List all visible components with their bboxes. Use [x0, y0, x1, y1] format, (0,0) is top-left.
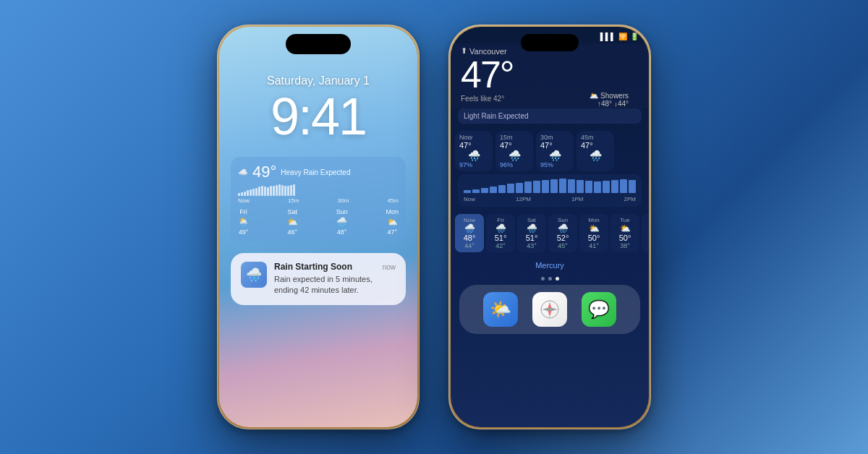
main-temperature: 47°	[461, 56, 639, 93]
dynamic-island	[286, 34, 351, 54]
dot-3	[556, 277, 559, 280]
hour2-item: Sat 🌧️ 51° 43°	[517, 214, 546, 252]
rain-chart: Now12PM1PM2PM	[458, 174, 642, 207]
weather-alert: Light Rain Expected	[458, 108, 642, 124]
location-label: Mercury	[451, 258, 649, 273]
weather-app-screen: ▌▌▌ 🛜 🔋 ⬆ Vancouver 47° 🌥️ Showers	[451, 27, 649, 427]
lock-time: 9:41	[271, 90, 366, 142]
hour-item: 30m 47° 🌧️ 95%	[536, 131, 574, 171]
weather-icon: ☁️	[238, 168, 248, 177]
hour2-item: Now 🌧️ 48° 44°	[455, 214, 484, 252]
page-dots	[451, 273, 649, 285]
notification-title: Rain Starting Soon	[274, 262, 352, 272]
dock: 🌤️ 💬	[459, 285, 640, 334]
rain-time-labels: Now12PM1PM2PM	[464, 196, 636, 202]
hour-item: 45m 47° 🌧️	[576, 131, 614, 171]
hour-item: Now 47° 🌧️ 97%	[455, 131, 493, 171]
notification-app-icon: 🌧️	[241, 262, 267, 288]
lock-weather-desc: Heavy Rain Expected	[281, 168, 350, 176]
wifi-icon: 🛜	[618, 33, 627, 40]
phone-2: ▌▌▌ 🛜 🔋 ⬆ Vancouver 47° 🌥️ Showers	[448, 25, 651, 429]
notification-card[interactable]: 🌧️ Rain Starting Soon now Rain expected …	[231, 253, 406, 305]
hour2-item: Tue ⛅ 50° 38°	[610, 214, 639, 252]
battery-icon: 🔋	[630, 33, 639, 40]
dynamic-island-2	[521, 34, 579, 51]
lock-screen: Saturday, January 1 9:41 ☁️ 49° Heavy Ra…	[219, 27, 417, 427]
lock-weather-temp: 49°	[252, 163, 276, 181]
hi-lo: ↑48° ↓44°	[590, 100, 629, 108]
dot-2	[548, 277, 552, 280]
dock-messages-app[interactable]: 💬	[582, 292, 616, 327]
dock-safari-app[interactable]	[532, 292, 567, 327]
hourly-forecast-top: Now 47° 🌧️ 97% 15m 47° 🌧️ 96% 30m 47° 🌧️…	[451, 128, 649, 174]
lock-weather-widget[interactable]: ☁️ 49° Heavy Rain Expected	[231, 157, 406, 241]
rain-time-labels: Now15m30m45m	[238, 197, 399, 204]
notification-body: Rain Starting Soon now Rain expected in …	[274, 262, 396, 296]
phone-1: Saturday, January 1 9:41 ☁️ 49° Heavy Ra…	[217, 25, 420, 429]
condition-label: 🌥️ Showers	[590, 92, 629, 100]
signal-icon: ▌▌▌	[600, 33, 616, 40]
weather-header: ⬆ Vancouver 47° 🌥️ Showers ↑48° ↓44°	[451, 43, 649, 108]
hourly-forecast-bottom: Now 🌧️ 48° 44° Fri 🌧️ 51° 42° Sat 🌧️ 51°…	[451, 211, 649, 255]
dot-1	[541, 277, 545, 280]
condition-right: 🌥️ Showers ↑48° ↓44°	[590, 92, 629, 108]
dock-weather-app[interactable]: 🌤️	[483, 292, 518, 327]
lock-date: Saturday, January 1	[267, 74, 370, 87]
hour2-item: Wed 🌙 51° 40°	[642, 214, 649, 252]
hour2-item: Mon ⛅ 50° 41°	[579, 214, 608, 252]
notification-time: now	[383, 263, 396, 271]
hour2-item: Sun 🌧️ 52° 45°	[548, 214, 577, 252]
hour-item: 15m 47° 🌧️ 96%	[495, 131, 533, 171]
hour2-item: Fri 🌧️ 51° 42°	[486, 214, 515, 252]
lock-rain-bars	[238, 184, 399, 196]
notification-text: Rain expected in 5 minutes, ending 42 mi…	[274, 274, 396, 296]
cloud-icon: 🌥️	[590, 92, 598, 100]
lock-forecast-days: Fri🌦️49° Sat⛅46° Sun🌧️48° Mon⛅47°	[238, 208, 399, 236]
